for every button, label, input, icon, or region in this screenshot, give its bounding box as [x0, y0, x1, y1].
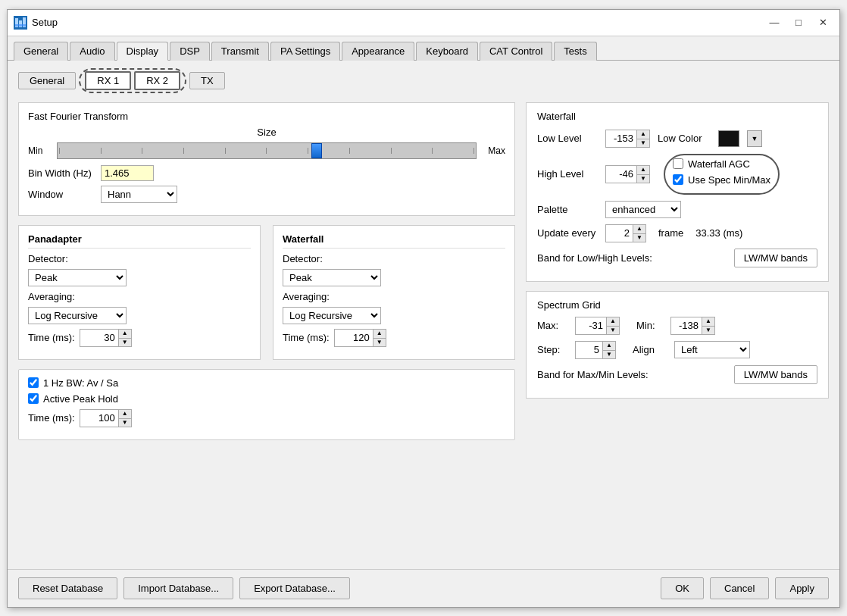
- detector-row: Panadapter Detector: Peak Average Sample: [18, 225, 515, 360]
- update-up[interactable]: ▲: [633, 225, 645, 233]
- tick: [101, 148, 102, 154]
- pan-time-label: Time (ms):: [28, 332, 75, 343]
- high-level-down[interactable]: ▼: [637, 174, 649, 183]
- apply-button[interactable]: Apply: [775, 577, 829, 599]
- max-label: Max:: [537, 320, 567, 331]
- align-select[interactable]: Left Right Center: [674, 341, 750, 358]
- slider-ticks: [58, 148, 476, 154]
- ok-button[interactable]: OK: [661, 577, 704, 599]
- step-down[interactable]: ▼: [603, 350, 615, 358]
- wfl-avg-select[interactable]: Log Recursive Recursive None: [283, 307, 381, 324]
- update-input[interactable]: [606, 226, 633, 240]
- low-color-label: Low Color: [658, 133, 711, 144]
- reset-db-button[interactable]: Reset Database: [18, 577, 117, 599]
- hz-bw-label: 1 Hz BW: Av / Sa: [43, 377, 118, 389]
- left-panel: Fast Fourier Transform Size Min: [18, 102, 515, 440]
- subtab-general[interactable]: General: [18, 72, 76, 89]
- update-down[interactable]: ▼: [633, 233, 645, 242]
- max-input[interactable]: [576, 318, 606, 333]
- low-level-label: Low Level: [537, 133, 598, 144]
- wf-band-btn[interactable]: LW/MW bands: [734, 249, 817, 267]
- min-label: Min:: [636, 320, 663, 331]
- low-level-input[interactable]: [606, 131, 636, 145]
- peak-time-up[interactable]: ▲: [119, 410, 131, 418]
- palette-select[interactable]: enhanced default gray: [605, 201, 681, 218]
- wfl-avg-select-row: Log Recursive Recursive None: [283, 307, 505, 324]
- pan-avg-select[interactable]: Log Recursive Recursive None: [28, 307, 127, 324]
- svg-rect-3: [15, 24, 26, 27]
- pan-time-down[interactable]: ▼: [119, 338, 131, 346]
- use-spec-checkbox[interactable]: [673, 174, 683, 185]
- wf-band-label: Band for Low/High Levels:: [537, 252, 727, 264]
- panadapter-panel: Panadapter Detector: Peak Average Sample: [18, 225, 261, 360]
- subtab-rx1[interactable]: RX 1: [85, 71, 131, 90]
- agc-circle-group: Waterfall AGC Use Spec Min/Max: [664, 154, 780, 195]
- palette-label: Palette: [537, 204, 598, 215]
- tab-audio[interactable]: Audio: [70, 42, 114, 61]
- window-title: Setup: [32, 17, 58, 28]
- tab-pa-settings[interactable]: PA Settings: [270, 42, 340, 61]
- tick: [225, 148, 226, 154]
- fft-slider[interactable]: [57, 142, 477, 159]
- peak-time-input[interactable]: [80, 411, 118, 425]
- wfl-avg-label: Averaging:: [283, 291, 330, 302]
- max-up[interactable]: ▲: [607, 317, 619, 326]
- wfl-time-down[interactable]: ▼: [373, 338, 386, 346]
- subtab-tx[interactable]: TX: [189, 72, 225, 89]
- high-level-up[interactable]: ▲: [637, 166, 649, 174]
- tab-keyboard[interactable]: Keyboard: [416, 42, 478, 61]
- low-level-up[interactable]: ▲: [637, 130, 649, 139]
- step-spinbtns: ▲ ▼: [602, 342, 615, 358]
- high-level-spinner: ▲ ▼: [605, 165, 650, 183]
- tab-transmit[interactable]: Transmit: [211, 42, 269, 61]
- wf-band-row: Band for Low/High Levels: LW/MW bands: [537, 249, 817, 267]
- pan-time-input[interactable]: [80, 330, 118, 345]
- right-panel: Waterfall Low Level ▲ ▼ Low Color: [526, 102, 829, 440]
- active-peak-hold-checkbox[interactable]: [28, 393, 39, 404]
- step-spinner: ▲ ▼: [575, 341, 616, 359]
- export-db-button[interactable]: Export Database...: [239, 577, 350, 599]
- step-label: Step:: [537, 344, 567, 355]
- slider-thumb[interactable]: [311, 143, 322, 158]
- min-up[interactable]: ▲: [702, 317, 714, 326]
- step-input[interactable]: [576, 342, 602, 357]
- sg-band-btn[interactable]: LW/MW bands: [734, 365, 817, 384]
- subtab-rx2[interactable]: RX 2: [134, 71, 180, 90]
- maximize-button[interactable]: □: [788, 14, 809, 31]
- bin-width-input[interactable]: [101, 165, 154, 181]
- slider-max-label: Max: [483, 145, 505, 156]
- hz-bw-checkbox[interactable]: [28, 377, 39, 388]
- close-button[interactable]: ✕: [812, 14, 833, 31]
- step-up[interactable]: ▲: [603, 342, 615, 350]
- tab-tests[interactable]: Tests: [554, 42, 596, 61]
- high-level-input[interactable]: [606, 167, 636, 181]
- low-level-down[interactable]: ▼: [637, 139, 649, 147]
- import-db-button[interactable]: Import Database...: [123, 577, 233, 599]
- low-color-btn[interactable]: ▼: [747, 130, 762, 147]
- cancel-button[interactable]: Cancel: [710, 577, 769, 599]
- low-level-row: Low Level ▲ ▼ Low Color ▼: [537, 130, 817, 148]
- wfl-time-up[interactable]: ▲: [373, 330, 386, 338]
- sg-band-row: Band for Max/Min Levels: LW/MW bands: [537, 365, 817, 384]
- waterfall-agc-checkbox[interactable]: [673, 158, 683, 169]
- tick: [308, 148, 308, 154]
- wfl-time-input[interactable]: [335, 330, 373, 345]
- window-select[interactable]: Hann Hamming Blackman Rectangular: [101, 186, 177, 203]
- tab-general[interactable]: General: [14, 42, 68, 61]
- tab-display[interactable]: Display: [117, 42, 169, 61]
- low-level-spinner: ▲ ▼: [605, 130, 650, 148]
- minimize-button[interactable]: —: [764, 14, 785, 31]
- tab-dsp[interactable]: DSP: [170, 42, 210, 61]
- high-level-row: High Level ▲ ▼ Waterfal: [537, 154, 817, 195]
- min-input[interactable]: [671, 318, 702, 333]
- hz-bw-row: 1 Hz BW: Av / Sa: [28, 377, 505, 389]
- tab-appearance[interactable]: Appearance: [342, 42, 414, 61]
- min-down[interactable]: ▼: [702, 326, 714, 334]
- pan-detector-select[interactable]: Peak Average Sample: [28, 269, 127, 286]
- max-down[interactable]: ▼: [607, 326, 619, 334]
- wfl-detector-select[interactable]: Peak Average Sample: [283, 269, 381, 286]
- max-min-row: Max: ▲ ▼ Min: ▲: [537, 317, 817, 335]
- peak-time-down[interactable]: ▼: [119, 418, 131, 427]
- tab-cat-control[interactable]: CAT Control: [480, 42, 552, 61]
- pan-time-up[interactable]: ▲: [119, 330, 131, 338]
